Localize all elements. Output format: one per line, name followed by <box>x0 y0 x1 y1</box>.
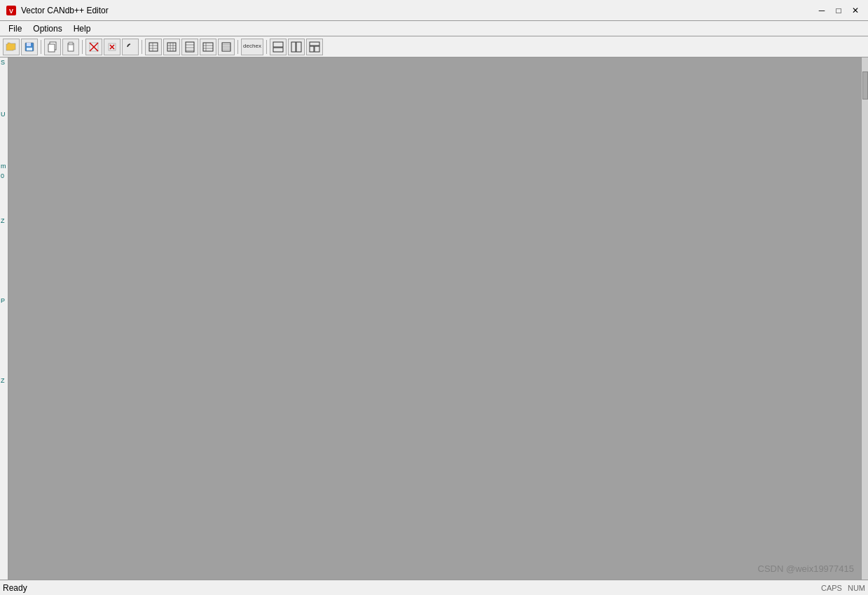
toolbar-undo-button[interactable] <box>122 39 139 55</box>
toolbar-copy-button[interactable] <box>44 39 61 55</box>
workspace[interactable] <box>8 57 861 580</box>
toolbar: dec hex <box>0 36 868 57</box>
svg-rect-9 <box>69 42 73 45</box>
num-indicator: NUM <box>848 584 865 592</box>
left-item-z1: Z <box>0 216 8 226</box>
svg-rect-29 <box>203 43 213 51</box>
toolbar-separator-3 <box>142 40 142 54</box>
svg-rect-7 <box>48 44 55 52</box>
right-panel <box>861 57 868 580</box>
svg-rect-37 <box>273 42 283 47</box>
toolbar-table3-button[interactable] <box>181 39 198 55</box>
toolbar-layout2-button[interactable] <box>288 39 305 55</box>
toolbar-separator-1 <box>41 40 41 54</box>
hex-label: hex <box>252 43 261 50</box>
toolbar-open-button[interactable] <box>3 39 20 55</box>
left-item-p: P <box>0 296 8 306</box>
toolbar-layout3-button[interactable] <box>306 39 323 55</box>
title-bar: V Vector CANdb++ Editor ─ □ ✕ <box>0 0 868 21</box>
svg-rect-16 <box>149 43 158 51</box>
toolbar-cut-button[interactable] <box>85 39 102 55</box>
toolbar-dechex-button[interactable]: dec hex <box>241 39 263 55</box>
toolbar-table4-button[interactable] <box>200 39 216 55</box>
svg-rect-20 <box>167 43 176 51</box>
scrollbar[interactable] <box>862 57 868 580</box>
toolbar-separator-2 <box>82 40 83 54</box>
window-title: Vector CANdb++ Editor <box>21 6 862 15</box>
svg-text:V: V <box>9 8 13 15</box>
toolbar-table2-button[interactable] <box>163 39 180 55</box>
scroll-thumb[interactable] <box>862 71 868 100</box>
svg-rect-41 <box>310 42 319 46</box>
menu-file[interactable]: File <box>3 21 27 36</box>
svg-rect-38 <box>273 48 283 52</box>
left-panel: S U m 0 Z P Z <box>0 57 8 580</box>
svg-rect-40 <box>296 42 301 52</box>
toolbar-paste-button[interactable] <box>62 39 79 55</box>
caps-indicator: CAPS <box>821 584 842 592</box>
toolbar-table5-button[interactable] <box>218 39 235 55</box>
status-bar: Ready CAPS NUM <box>0 580 868 595</box>
left-item-z2: Z <box>0 376 8 385</box>
status-text: Ready <box>3 583 821 593</box>
app-icon: V <box>6 5 17 16</box>
toolbar-save-button[interactable] <box>21 39 38 55</box>
maximize-button[interactable]: □ <box>832 4 846 18</box>
toolbar-table1-button[interactable] <box>145 39 162 55</box>
toolbar-layout1-button[interactable] <box>270 39 287 55</box>
left-item-s: S <box>0 57 8 67</box>
dec-label: dec <box>243 43 252 50</box>
toolbar-separator-4 <box>237 40 238 54</box>
left-item-0: 0 <box>0 171 8 181</box>
svg-rect-5 <box>27 48 32 50</box>
window-controls: ─ □ ✕ <box>815 4 862 18</box>
toolbar-separator-5 <box>266 40 267 54</box>
main-area: S U m 0 Z P Z <box>0 57 868 580</box>
svg-rect-39 <box>291 42 296 52</box>
svg-rect-42 <box>310 46 314 52</box>
svg-rect-43 <box>315 46 319 52</box>
menu-bar: File Options Help <box>0 21 868 36</box>
menu-options[interactable]: Options <box>27 21 67 36</box>
svg-rect-4 <box>27 43 31 46</box>
menu-help[interactable]: Help <box>68 21 97 36</box>
close-button[interactable]: ✕ <box>848 4 862 18</box>
toolbar-delete-button[interactable] <box>104 39 120 55</box>
status-right: CAPS NUM <box>821 584 865 592</box>
left-item-u: U <box>0 109 8 119</box>
left-item-m: m <box>0 161 8 171</box>
minimize-button[interactable]: ─ <box>815 4 829 18</box>
